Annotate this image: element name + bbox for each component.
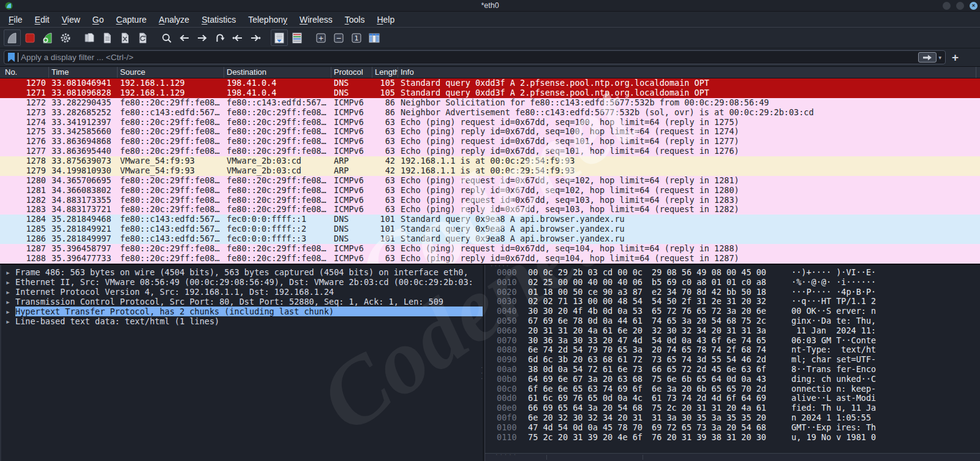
hex-row-00b0[interactable]: 00b064 69 6e 67 3a 20 63 6875 6e 6b 65 6… (485, 375, 980, 384)
packet-row-1275[interactable]: 127533.342585660fe80::20c:29ff:fe08…fe80… (0, 127, 980, 137)
column-header-length[interactable]: Length (372, 67, 398, 78)
display-filter-field[interactable] (21, 53, 918, 62)
packet-row-1287[interactable]: 128735.396458797fe80::20c:29ff:fe08…fe80… (0, 244, 980, 254)
menu-telephony[interactable]: Telephony (242, 12, 293, 28)
zoom-normal-button[interactable]: 1 (348, 29, 365, 46)
hex-row-0050[interactable]: 005067 69 6e 78 0d 0a 44 6174 65 3a 20 5… (485, 316, 980, 326)
apply-filter-button[interactable] (918, 52, 937, 63)
hex-row-0070[interactable]: 007030 36 3a 30 33 20 47 4d54 0d 0a 43 6… (485, 336, 980, 346)
go-previous-packet-button[interactable] (176, 29, 193, 46)
close-capture-file-button[interactable] (116, 29, 134, 46)
find-packet-button[interactable] (158, 29, 175, 46)
column-header-protocol[interactable]: Protocol (331, 67, 372, 78)
packet-row-1282[interactable]: 128234.883173355fe80::20c:29ff:fe08…fe80… (0, 196, 980, 205)
expand-arrow-icon[interactable]: ▸ (1, 287, 15, 297)
packet-row-1271[interactable]: 127133.081096828192.168.1.129198.41.0.4D… (0, 88, 980, 98)
open-capture-file-button[interactable] (81, 29, 98, 46)
maximize-button[interactable] (956, 2, 964, 10)
start-capture-button[interactable] (4, 29, 21, 46)
hex-row-0090[interactable]: 00906d 6c 3b 20 63 68 61 7273 65 74 3d 5… (485, 355, 980, 365)
detail-row[interactable]: ▸Ethernet II, Src: VMware_08:56:49 (00:0… (1, 277, 483, 287)
detail-row[interactable]: ▸Frame 486: 563 bytes on wire (4504 bits… (1, 267, 483, 277)
packet-row-1283[interactable]: 128334.883173721fe80::20c:29ff:fe08…fe80… (0, 205, 980, 215)
hex-row-00d0[interactable]: 00d061 6c 69 76 65 0d 0a 4c61 73 74 2d 4… (485, 394, 980, 403)
packet-row-1286[interactable]: 128635.281849997fe80::c143:edfd:567…fec0… (0, 234, 980, 244)
packet-row-1280[interactable]: 128034.365706695fe80::20c:29ff:fe08…fe80… (0, 176, 980, 186)
capture-options-button[interactable] (57, 29, 74, 46)
menu-file[interactable]: File (2, 12, 29, 28)
menu-analyze[interactable]: Analyze (153, 12, 195, 28)
restart-capture-button[interactable] (39, 29, 56, 46)
go-first-packet-button[interactable] (229, 29, 246, 46)
display-filter-input[interactable]: ▾ (4, 50, 946, 64)
packet-row-1284[interactable]: 128435.281849468fe80::c143:edfd:567…fec0… (0, 215, 980, 224)
hex-row-0080[interactable]: 00806e 74 2d 54 79 70 65 3a20 74 65 78 7… (485, 345, 980, 355)
column-header-destination[interactable]: Destination (224, 67, 331, 78)
expand-arrow-icon[interactable]: ▸ (1, 277, 15, 287)
expand-arrow-icon[interactable]: ▸ (1, 307, 15, 316)
hex-row-00a0[interactable]: 00a038 0d 0a 54 72 61 6e 7366 65 72 2d 4… (485, 365, 980, 375)
detail-row[interactable]: ▸Hypertext Transfer Protocol, has 2 chun… (1, 307, 483, 316)
expand-arrow-icon[interactable]: ▸ (1, 297, 15, 307)
expand-arrow-icon[interactable]: ▸ (1, 267, 15, 277)
hex-row-0060[interactable]: 006020 31 31 20 4a 61 6e 2032 30 32 34 2… (485, 326, 980, 336)
packet-row-1273[interactable]: 127333.282685252fe80::c143:edfd:567…fe80… (0, 108, 980, 118)
go-next-packet-button[interactable] (194, 29, 211, 46)
menu-help[interactable]: Help (371, 12, 401, 28)
packet-row-1288[interactable]: 128835.396477733fe80::20c:29ff:fe08…fe80… (0, 254, 980, 264)
menu-go[interactable]: Go (86, 12, 110, 28)
resize-columns-button[interactable] (366, 29, 383, 46)
hex-row-0100[interactable]: 010047 4d 54 0d 0a 45 78 7069 72 65 73 3… (485, 423, 980, 433)
column-header-info[interactable]: Info (398, 67, 976, 78)
detail-row[interactable]: ▸Transmission Control Protocol, Src Port… (1, 297, 483, 307)
column-header-no[interactable]: No. (0, 67, 49, 78)
column-header-time[interactable]: Time (49, 67, 118, 78)
filter-dropdown-caret[interactable]: ▾ (938, 55, 941, 61)
add-filter-button[interactable]: + (952, 51, 959, 63)
filter-bookmark-icon[interactable] (8, 53, 15, 62)
zoom-in-button[interactable]: + (312, 29, 330, 46)
menu-capture[interactable]: Capture (110, 12, 153, 28)
reload-capture-file-button[interactable] (134, 29, 151, 46)
hex-row-00f0[interactable]: 00f06e 20 32 30 32 34 20 3131 3a 30 35 3… (485, 413, 980, 423)
cell-len: 101 (372, 215, 398, 224)
hex-row-0110[interactable]: 011075 2c 20 31 39 20 4e 6f76 20 31 39 3… (485, 433, 980, 443)
minimize-button[interactable] (943, 2, 951, 10)
hex-row-0000[interactable]: 000000 0c 29 2b 03 cd 00 0c29 08 56 49 0… (485, 268, 980, 278)
hex-row-00c0[interactable]: 00c06f 6e 6e 65 63 74 69 6f6e 3a 20 6b 6… (485, 384, 980, 394)
hex-bytes-right: 20 74 65 78 74 2f 68 74 (652, 345, 767, 355)
auto-scroll-button[interactable] (271, 29, 288, 46)
menu-tools[interactable]: Tools (339, 12, 371, 28)
hex-row-00e0[interactable]: 00e066 69 65 64 3a 20 54 6875 2c 20 31 3… (485, 403, 980, 413)
hex-row-0040[interactable]: 004030 30 20 4f 4b 0d 0a 5365 72 76 65 7… (485, 307, 980, 316)
start-capture-icon (6, 31, 19, 45)
menu-edit[interactable]: Edit (29, 12, 56, 28)
packet-row-1277[interactable]: 127733.863695440fe80::20c:29ff:fe08…fe80… (0, 147, 980, 156)
expand-arrow-icon[interactable]: ▸ (1, 316, 15, 326)
stop-capture-button[interactable] (21, 29, 39, 46)
go-to-packet-button[interactable] (211, 29, 228, 46)
hex-bytes-left: 6d 6c 3b 20 63 68 61 72 (528, 355, 643, 365)
packet-row-1274[interactable]: 127433.341912397fe80::20c:29ff:fe08…fe80… (0, 118, 980, 128)
packet-row-1281[interactable]: 128134.366083802fe80::20c:29ff:fe08…fe80… (0, 186, 980, 196)
packet-row-1270[interactable]: 127033.081046941192.168.1.129198.41.0.4D… (0, 78, 980, 88)
menu-wireless[interactable]: Wireless (293, 12, 339, 28)
close-button[interactable]: × (970, 2, 978, 10)
zoom-out-button[interactable]: − (330, 29, 347, 46)
hex-row-0010[interactable]: 001002 25 00 00 40 00 40 06b5 69 c0 a8 0… (485, 278, 980, 288)
column-header-source[interactable]: Source (118, 67, 224, 78)
packet-row-1276[interactable]: 127633.863694868fe80::20c:29ff:fe08…fe80… (0, 137, 980, 147)
packet-row-1278[interactable]: 127833.875639073VMware_54:f9:93VMware_2b… (0, 156, 980, 166)
packet-row-1272[interactable]: 127233.282290435fe80::20c:29ff:fe08…fe80… (0, 98, 980, 108)
go-last-packet-button[interactable] (247, 29, 264, 46)
detail-row[interactable]: ▸Internet Protocol Version 4, Src: 192.1… (1, 287, 483, 297)
packet-row-1285[interactable]: 128535.281849921fe80::c143:edfd:567…fec0… (0, 224, 980, 234)
packet-row-1279[interactable]: 127934.199810930VMware_54:f9:93VMware_2b… (0, 166, 980, 176)
save-capture-file-button[interactable] (99, 29, 116, 46)
colorize-packets-button[interactable] (288, 29, 306, 46)
hex-row-0030[interactable]: 003002 02 71 13 00 00 48 5454 50 2f 31 2… (485, 297, 980, 307)
hex-row-0020[interactable]: 002001 18 00 50 ce 90 a3 87e2 34 70 8d 4… (485, 288, 980, 297)
menu-view[interactable]: View (56, 12, 86, 28)
detail-row[interactable]: ▸Line-based text data: text/html (1 line… (1, 316, 483, 326)
menu-statistics[interactable]: Statistics (195, 12, 242, 28)
